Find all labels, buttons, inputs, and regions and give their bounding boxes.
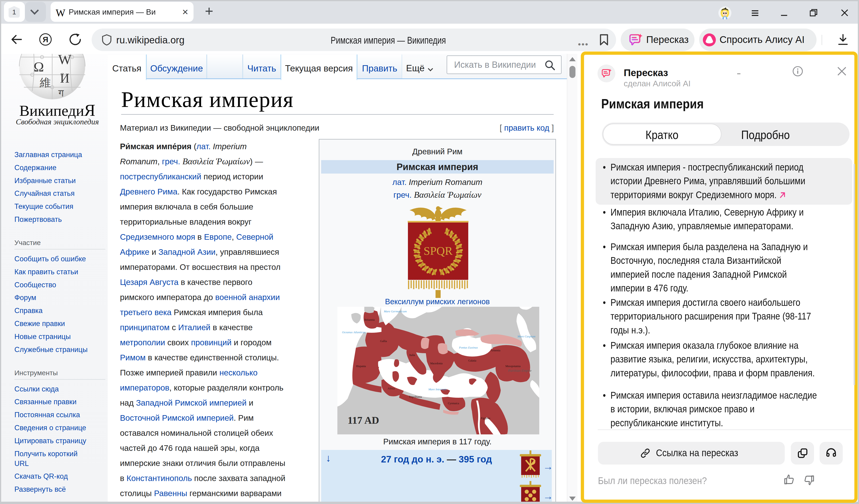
svg-text:Hispania: Hispania	[356, 365, 366, 368]
svg-text:Africa: Africa	[388, 387, 395, 390]
svg-text:Gallia: Gallia	[380, 339, 387, 343]
svg-text:Mare Internum: Mare Internum	[428, 387, 447, 391]
svg-text:SPQR: SPQR	[423, 244, 453, 257]
svg-text:Cyrenaica: Cyrenaica	[448, 402, 459, 405]
svg-text:Tripolitania: Tripolitania	[409, 395, 422, 398]
svg-text:Я: Я	[43, 35, 48, 44]
svg-text:Ω: Ω	[34, 59, 44, 75]
svg-text:ग: ग	[58, 88, 64, 99]
svg-text:Mare Germanicum: Mare Germanicum	[383, 309, 407, 313]
svg-text:Galatia: Galatia	[468, 359, 477, 362]
svg-text:Oceanus Atlanticus: Oceanus Atlanticus	[342, 331, 365, 334]
svg-text:117 AD: 117 AD	[348, 415, 379, 426]
svg-text:W: W	[58, 54, 72, 67]
svg-text:Pontus Euxinus: Pontus Euxinus	[459, 346, 478, 349]
svg-text:Ægyptus: Ægyptus	[480, 416, 490, 420]
svg-text:Mesopotamia: Mesopotamia	[506, 365, 521, 368]
svg-text:Armenia: Armenia	[491, 349, 500, 352]
svg-text:Mare Caspium: Mare Caspium	[517, 335, 535, 338]
svg-text:維: 維	[40, 76, 51, 89]
svg-text:Parthian Empire: Parthian Empire	[508, 369, 532, 372]
svg-text:Macedonia: Macedonia	[430, 362, 443, 365]
svg-text:Britannia: Britannia	[364, 318, 375, 321]
svg-text:Italia: Italia	[409, 353, 415, 357]
svg-text:И: И	[60, 71, 70, 86]
